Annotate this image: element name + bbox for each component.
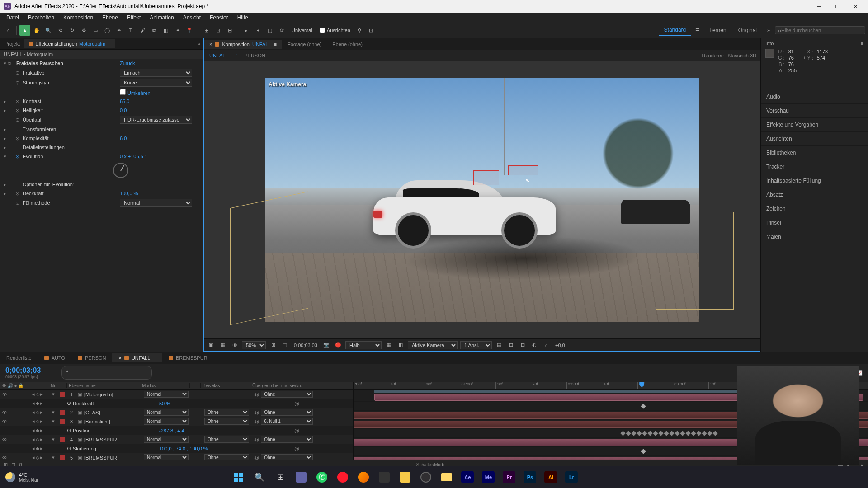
- next-key-icon[interactable]: ▸: [40, 418, 43, 424]
- keyframe-icon[interactable]: [653, 431, 658, 436]
- app-icon-1[interactable]: [375, 468, 393, 486]
- panel-bibliotheken[interactable]: Bibliotheken: [761, 146, 868, 160]
- 3d-ground-icon[interactable]: ⊡: [506, 341, 515, 350]
- menu-animation[interactable]: Animation: [145, 14, 178, 22]
- playhead[interactable]: [642, 382, 642, 460]
- snap-opt-1-button[interactable]: ⚲: [354, 25, 365, 36]
- stoerungstyp-select[interactable]: Kurve: [120, 79, 192, 87]
- visibility-icon[interactable]: 👁: [2, 410, 7, 415]
- effect-target-link[interactable]: Motorqualm: [79, 41, 105, 47]
- keyframe-icon[interactable]: [691, 431, 696, 436]
- type-tool[interactable]: T: [125, 25, 136, 36]
- fuellmethode-select[interactable]: Normal: [120, 199, 192, 207]
- visibility-icon[interactable]: 👁: [2, 419, 7, 424]
- layer-name[interactable]: ▣[BREMSSPUR]: [76, 437, 144, 442]
- keyframe-icon[interactable]: [669, 431, 674, 436]
- viewer-timecode[interactable]: 0;00;03;03: [292, 343, 319, 348]
- panel-pinsel[interactable]: Pinsel: [761, 216, 868, 230]
- opera-icon[interactable]: [334, 468, 352, 486]
- toggle-transparency-icon[interactable]: ◧: [396, 341, 405, 350]
- selection-tool[interactable]: ▲: [19, 25, 30, 36]
- pen-tool[interactable]: ✒: [113, 25, 124, 36]
- snapshot-icon[interactable]: 📷: [322, 341, 331, 350]
- keyframe-icon[interactable]: [647, 431, 652, 436]
- exposure-reset-icon[interactable]: ☼: [542, 341, 551, 350]
- ueberlauf-select[interactable]: HDR-Ergebnisse zulasse: [120, 116, 192, 124]
- stopwatch-icon[interactable]: ⊙: [15, 80, 22, 86]
- illustrator-icon[interactable]: Ai: [542, 468, 560, 486]
- stopwatch-icon[interactable]: ⊙: [67, 400, 71, 406]
- transparency-grid-icon[interactable]: ▦: [218, 341, 227, 350]
- hand-tool[interactable]: ✋: [31, 25, 42, 36]
- layer-color-label[interactable]: [60, 419, 65, 424]
- layer-row[interactable]: 👁 ◂◇▸ ▾ 5 ▣[BREMSSPUR] Normal Ohne @Ohne: [0, 453, 353, 460]
- add-key-icon[interactable]: ◆: [36, 400, 39, 406]
- fast-preview-icon[interactable]: ▦: [384, 341, 393, 350]
- stopwatch-icon[interactable]: ⊙: [15, 99, 22, 104]
- keyframe-icon[interactable]: [631, 431, 636, 436]
- next-key-icon[interactable]: ▸: [40, 446, 43, 451]
- always-preview-icon[interactable]: ▣: [207, 341, 216, 350]
- evolution-value[interactable]: 0 x +105,5 °: [120, 154, 201, 159]
- next-key-icon[interactable]: ▸: [40, 391, 43, 397]
- menu-komposition[interactable]: Komposition: [59, 14, 98, 22]
- add-key-icon[interactable]: ◆: [36, 427, 39, 433]
- tab-project[interactable]: Projekt: [0, 39, 24, 48]
- effect-reset[interactable]: Zurück: [120, 61, 201, 66]
- tl-tab-renderliste[interactable]: Renderliste: [0, 353, 38, 362]
- fx-badge-icon[interactable]: fx: [8, 61, 15, 66]
- kontrast-value[interactable]: 65,0: [120, 99, 201, 104]
- prev-key-icon[interactable]: ◂: [32, 436, 35, 442]
- property-row[interactable]: ◂◆▸ ⊙Deckkraft 50 % @: [0, 399, 353, 408]
- clone-tool[interactable]: ⧉: [149, 25, 160, 36]
- stopwatch-icon[interactable]: ⊙: [67, 446, 71, 451]
- ellipse-tool[interactable]: ◯: [102, 25, 113, 36]
- keyframe-icon[interactable]: [680, 431, 685, 436]
- add-key-icon[interactable]: ◇: [36, 418, 39, 424]
- menu-datei[interactable]: Datei: [2, 14, 24, 22]
- comp-tab-footage[interactable]: Footage (ohne): [282, 40, 327, 49]
- parent-select[interactable]: Ohne: [261, 454, 313, 460]
- stopwatch-icon[interactable]: ⊙: [15, 136, 22, 141]
- mask-visibility-icon[interactable]: 👁: [230, 341, 239, 350]
- panel-effekte[interactable]: Effekte und Vorgaben: [761, 118, 868, 132]
- layer-name[interactable]: ▣[GLAS]: [76, 410, 144, 415]
- deckkraft-value[interactable]: 100,0 %: [120, 191, 201, 196]
- snapping-check[interactable]: Ausrichten: [317, 28, 353, 33]
- zoom-select[interactable]: 50%: [242, 341, 266, 349]
- rect-tool[interactable]: ▭: [90, 25, 101, 36]
- keyframe-icon[interactable]: [620, 431, 625, 436]
- layer-color-label[interactable]: [60, 437, 65, 442]
- pickwhip-icon[interactable]: @: [294, 446, 299, 451]
- twirl-komplex[interactable]: ▸: [2, 136, 8, 141]
- lightroom-icon[interactable]: Lr: [562, 468, 580, 486]
- blend-mode-select[interactable]: Normal: [144, 436, 189, 443]
- channel-icon[interactable]: 🔴: [334, 341, 343, 350]
- twirl-transform[interactable]: ▸: [2, 127, 8, 132]
- home-button[interactable]: ⌂: [3, 25, 14, 36]
- puppet-tool[interactable]: 📍: [184, 25, 195, 36]
- keyframe-icon[interactable]: [702, 431, 707, 436]
- snap-edge-button[interactable]: +: [253, 25, 264, 36]
- after-effects-icon[interactable]: Ae: [458, 468, 476, 486]
- panel-menu-icon[interactable]: ≡: [107, 41, 110, 47]
- whatsapp-icon[interactable]: ✆: [313, 468, 331, 486]
- snap-vertex-button[interactable]: ▸: [241, 25, 252, 36]
- stopwatch-active-icon[interactable]: ⊙: [15, 154, 22, 160]
- premiere-icon[interactable]: Pr: [500, 468, 518, 486]
- blend-mode-select[interactable]: Normal: [144, 454, 189, 460]
- layer-color-label[interactable]: [60, 392, 65, 397]
- prev-key-icon[interactable]: ◂: [32, 446, 35, 451]
- rotate-tool[interactable]: ↻: [66, 25, 77, 36]
- twirl-deckkraft[interactable]: ▸: [2, 191, 8, 197]
- evolution-dial[interactable]: [113, 163, 128, 178]
- start-button[interactable]: [230, 468, 248, 486]
- visibility-icon[interactable]: 👁: [2, 455, 7, 460]
- obs-icon[interactable]: [417, 468, 435, 486]
- explorer-icon[interactable]: [438, 468, 456, 486]
- orbit-tool[interactable]: ⟲: [55, 25, 66, 36]
- keyframe-icon[interactable]: [707, 431, 712, 436]
- layer-row[interactable]: 👁 ◂◇▸ ▾ 1 ▣[Motorqualm] Normal @Ohne: [0, 390, 353, 399]
- layer-twirl[interactable]: ▾: [49, 455, 58, 460]
- workspace-lernen[interactable]: Lernen: [704, 25, 731, 35]
